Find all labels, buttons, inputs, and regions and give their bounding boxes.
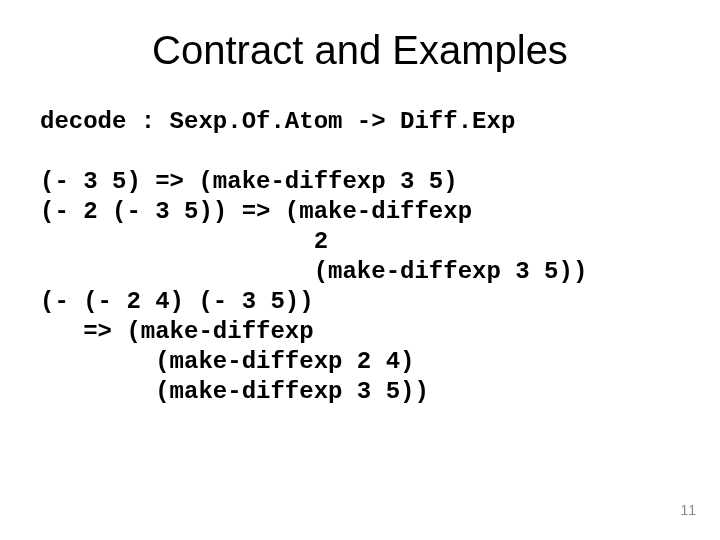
slide-title: Contract and Examples — [40, 28, 680, 73]
code-line: decode : Sexp.Of.Atom -> Diff.Exp — [40, 108, 515, 135]
page-number: 11 — [680, 502, 696, 518]
code-block: decode : Sexp.Of.Atom -> Diff.Exp (- 3 5… — [40, 107, 680, 407]
code-line: (- 3 5) => (make-diffexp 3 5) — [40, 168, 458, 195]
code-line: (make-diffexp 3 5)) — [40, 378, 429, 405]
code-line: (make-diffexp 2 4) — [40, 348, 414, 375]
code-line: (make-diffexp 3 5)) — [40, 258, 587, 285]
code-line: => (make-diffexp — [40, 318, 314, 345]
code-line: (- (- 2 4) (- 3 5)) — [40, 288, 314, 315]
slide: Contract and Examples decode : Sexp.Of.A… — [0, 0, 720, 540]
code-line: (- 2 (- 3 5)) => (make-diffexp — [40, 198, 472, 225]
code-line: 2 — [40, 228, 328, 255]
